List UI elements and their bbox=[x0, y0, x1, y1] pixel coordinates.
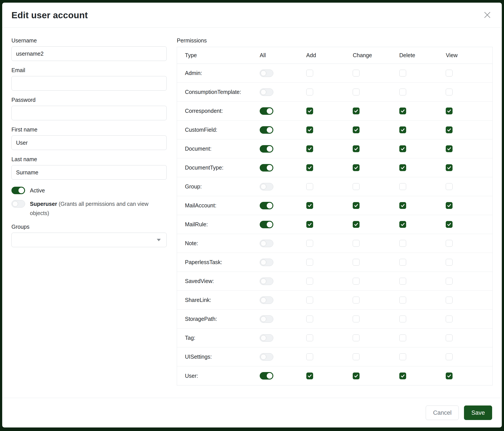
permission-add-checkbox[interactable] bbox=[306, 373, 313, 379]
permission-delete-checkbox[interactable] bbox=[399, 183, 406, 190]
permission-all-toggle[interactable] bbox=[260, 183, 273, 190]
permission-delete-checkbox[interactable] bbox=[399, 145, 406, 152]
permission-view-checkbox[interactable] bbox=[446, 221, 452, 228]
permission-change-checkbox[interactable] bbox=[353, 240, 360, 247]
permission-all-toggle[interactable] bbox=[260, 202, 273, 209]
permission-change-checkbox[interactable] bbox=[353, 202, 360, 209]
superuser-toggle[interactable] bbox=[11, 200, 25, 207]
permission-view-checkbox[interactable] bbox=[446, 164, 452, 171]
permission-all-toggle[interactable] bbox=[260, 353, 273, 361]
permission-all-toggle[interactable] bbox=[260, 164, 273, 171]
groups-select[interactable] bbox=[11, 233, 167, 247]
permission-all-toggle[interactable] bbox=[260, 278, 273, 285]
permission-add-checkbox[interactable] bbox=[306, 259, 313, 266]
permission-add-checkbox[interactable] bbox=[306, 315, 313, 322]
permission-add-checkbox[interactable] bbox=[306, 70, 313, 77]
permission-add-checkbox[interactable] bbox=[306, 89, 313, 95]
permission-view-checkbox[interactable] bbox=[446, 353, 452, 360]
permission-all-toggle[interactable] bbox=[260, 372, 273, 379]
permission-all-toggle[interactable] bbox=[260, 296, 273, 304]
permission-view-checkbox[interactable] bbox=[446, 89, 452, 95]
permission-change-checkbox[interactable] bbox=[353, 259, 360, 266]
permission-add-checkbox[interactable] bbox=[306, 353, 313, 360]
permission-delete-checkbox[interactable] bbox=[399, 164, 406, 171]
permission-change-checkbox[interactable] bbox=[353, 334, 360, 341]
permission-all-toggle[interactable] bbox=[260, 70, 273, 77]
permission-change-checkbox[interactable] bbox=[353, 221, 360, 228]
permission-view-checkbox[interactable] bbox=[446, 126, 452, 133]
permission-add-checkbox[interactable] bbox=[306, 202, 313, 209]
permission-view-checkbox[interactable] bbox=[446, 278, 452, 285]
permission-view-checkbox[interactable] bbox=[446, 240, 452, 247]
permission-delete-checkbox[interactable] bbox=[399, 278, 406, 285]
save-button[interactable]: Save bbox=[464, 405, 492, 420]
permission-view-checkbox[interactable] bbox=[446, 315, 452, 322]
permission-add-checkbox[interactable] bbox=[306, 334, 313, 341]
permission-delete-checkbox[interactable] bbox=[399, 202, 406, 209]
permission-all-toggle[interactable] bbox=[260, 145, 273, 153]
permission-all-toggle[interactable] bbox=[260, 126, 273, 134]
permission-delete-checkbox[interactable] bbox=[399, 315, 406, 322]
permission-view-checkbox[interactable] bbox=[446, 183, 452, 190]
close-button[interactable] bbox=[482, 10, 492, 20]
permission-change-checkbox[interactable] bbox=[353, 278, 360, 285]
permission-delete-checkbox[interactable] bbox=[399, 221, 406, 228]
permission-view-checkbox[interactable] bbox=[446, 70, 452, 77]
permission-add-checkbox[interactable] bbox=[306, 145, 313, 152]
permission-add-checkbox[interactable] bbox=[306, 240, 313, 247]
permission-change-checkbox[interactable] bbox=[353, 70, 360, 77]
permission-change-checkbox[interactable] bbox=[353, 126, 360, 133]
username-input[interactable] bbox=[11, 46, 167, 61]
permission-add-checkbox[interactable] bbox=[306, 221, 313, 228]
permission-change-checkbox[interactable] bbox=[353, 145, 360, 152]
permission-add-checkbox[interactable] bbox=[306, 278, 313, 285]
permission-change-checkbox[interactable] bbox=[353, 89, 360, 95]
password-input[interactable] bbox=[11, 106, 167, 120]
column-header-change: Change bbox=[353, 52, 399, 58]
permission-add-checkbox[interactable] bbox=[306, 164, 313, 171]
permission-all-toggle[interactable] bbox=[260, 107, 273, 115]
permission-delete-checkbox[interactable] bbox=[399, 297, 406, 304]
permission-all-toggle[interactable] bbox=[260, 315, 273, 323]
cancel-button[interactable]: Cancel bbox=[426, 405, 459, 420]
permission-row: Tag: bbox=[177, 329, 492, 347]
permission-all-toggle[interactable] bbox=[260, 88, 273, 96]
permission-delete-checkbox[interactable] bbox=[399, 353, 406, 360]
permission-delete-checkbox[interactable] bbox=[399, 240, 406, 247]
permission-all-toggle[interactable] bbox=[260, 221, 273, 228]
permission-change-checkbox[interactable] bbox=[353, 373, 360, 379]
permission-delete-checkbox[interactable] bbox=[399, 126, 406, 133]
first-name-input[interactable] bbox=[11, 135, 167, 150]
permission-delete-checkbox[interactable] bbox=[399, 108, 406, 114]
permission-change-checkbox[interactable] bbox=[353, 315, 360, 322]
modal-header: Edit user account bbox=[2, 3, 502, 28]
permission-delete-checkbox[interactable] bbox=[399, 70, 406, 77]
permission-change-checkbox[interactable] bbox=[353, 297, 360, 304]
permission-view-checkbox[interactable] bbox=[446, 145, 452, 152]
permission-add-checkbox[interactable] bbox=[306, 183, 313, 190]
permission-change-checkbox[interactable] bbox=[353, 183, 360, 190]
permission-view-checkbox[interactable] bbox=[446, 297, 452, 304]
active-label: Active bbox=[30, 186, 45, 195]
permission-change-checkbox[interactable] bbox=[353, 353, 360, 360]
permission-all-toggle[interactable] bbox=[260, 334, 273, 342]
permission-all-toggle[interactable] bbox=[260, 240, 273, 247]
permission-view-checkbox[interactable] bbox=[446, 334, 452, 341]
active-toggle[interactable] bbox=[11, 187, 25, 194]
permission-change-checkbox[interactable] bbox=[353, 108, 360, 114]
email-input[interactable] bbox=[11, 76, 167, 90]
permission-add-checkbox[interactable] bbox=[306, 108, 313, 114]
permission-view-checkbox[interactable] bbox=[446, 202, 452, 209]
permission-delete-checkbox[interactable] bbox=[399, 89, 406, 95]
permission-view-checkbox[interactable] bbox=[446, 259, 452, 266]
permission-delete-checkbox[interactable] bbox=[399, 373, 406, 379]
permission-delete-checkbox[interactable] bbox=[399, 334, 406, 341]
permission-view-checkbox[interactable] bbox=[446, 373, 452, 379]
permission-change-checkbox[interactable] bbox=[353, 164, 360, 171]
permission-delete-checkbox[interactable] bbox=[399, 259, 406, 266]
permission-add-checkbox[interactable] bbox=[306, 126, 313, 133]
permission-add-checkbox[interactable] bbox=[306, 297, 313, 304]
permission-all-toggle[interactable] bbox=[260, 259, 273, 266]
last-name-input[interactable] bbox=[11, 165, 167, 180]
permission-view-checkbox[interactable] bbox=[446, 108, 452, 114]
